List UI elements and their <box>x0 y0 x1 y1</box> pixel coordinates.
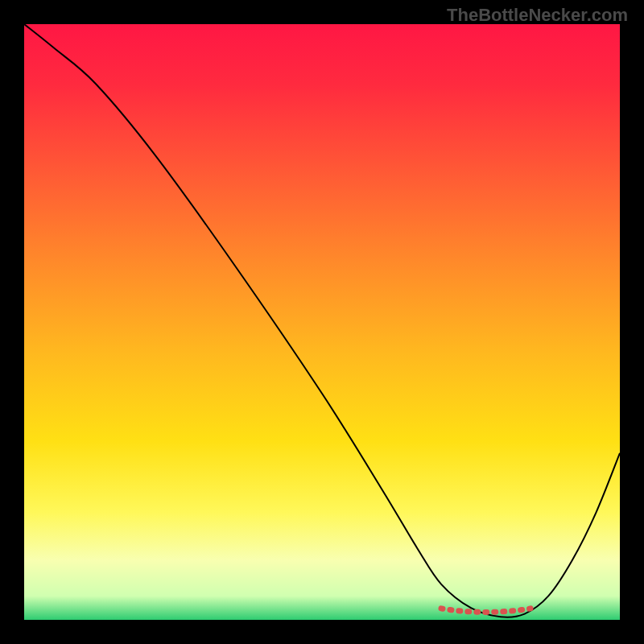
watermark-text: TheBottleNecker.com <box>447 5 628 26</box>
chart-background <box>24 24 620 620</box>
chart-svg <box>24 24 620 620</box>
chart-plot-area <box>24 24 620 620</box>
